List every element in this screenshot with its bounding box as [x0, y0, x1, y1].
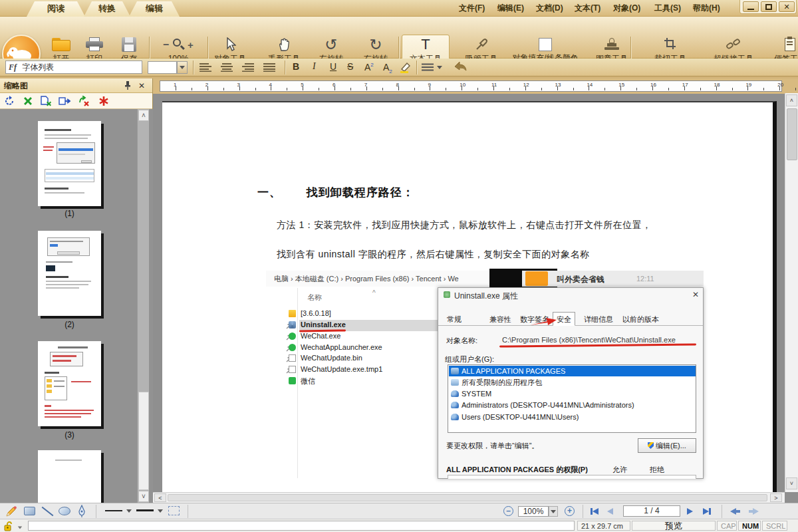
- previous-page-button[interactable]: [607, 508, 613, 515]
- close-button[interactable]: ✕: [779, 1, 795, 12]
- line-width-sample[interactable]: [105, 510, 122, 511]
- file-row[interactable]: WeChatUpdate.bin: [301, 354, 362, 364]
- scroll-right-button[interactable]: >: [770, 493, 782, 502]
- strikethrough-button[interactable]: S: [347, 61, 353, 72]
- back-view-button[interactable]: [730, 508, 740, 515]
- list-item[interactable]: 所有受限制的应用程序包: [449, 377, 696, 388]
- align-right-button[interactable]: [242, 63, 254, 72]
- rotate-page-icon[interactable]: [4, 96, 15, 106]
- superscript-button[interactable]: A2: [364, 61, 374, 73]
- file-row[interactable]: WechatAppLauncher.exe: [301, 343, 382, 354]
- ellipse-tool-button[interactable]: [59, 507, 70, 515]
- list-item[interactable]: Users (DESKTOP-U441MNL\Users): [449, 412, 696, 422]
- scroll-left-button[interactable]: <: [154, 493, 166, 502]
- column-header-name[interactable]: 名称: [307, 293, 322, 303]
- rectangle-tool-button[interactable]: [24, 507, 35, 515]
- menu-edit[interactable]: 编辑(E): [497, 2, 524, 14]
- italic-button[interactable]: I: [313, 61, 316, 72]
- list-item[interactable]: Administrators (DESKTOP-U441MNL\Administ…: [449, 400, 696, 410]
- zoom-value-combo[interactable]: 100%: [518, 506, 549, 517]
- zoom-in-button[interactable]: +: [565, 506, 575, 516]
- group-user-listbox[interactable]: ALL APPLICATION PACKAGES 所有受限制的应用程序包 SYS…: [448, 364, 696, 433]
- font-size-combo[interactable]: [148, 61, 177, 74]
- file-row[interactable]: WeChatUpdate.exe.tmp1: [301, 365, 382, 376]
- menu-file[interactable]: 文件(F): [459, 2, 485, 14]
- panel-close-icon[interactable]: ✕: [138, 78, 145, 93]
- subscript-button[interactable]: A2: [383, 61, 392, 74]
- line-width-dropdown[interactable]: [126, 509, 132, 513]
- scrollbar-thumb[interactable]: [168, 494, 767, 501]
- delete-page-icon[interactable]: [98, 96, 109, 106]
- pencil-tool-button[interactable]: [5, 505, 17, 517]
- thumbnail-page-4[interactable]: [38, 450, 101, 503]
- replace-page-icon[interactable]: [59, 96, 70, 106]
- list-item[interactable]: SYSTEM: [449, 388, 696, 399]
- thumbnail-page-2[interactable]: [38, 231, 101, 316]
- page-indicator[interactable]: 1 / 4: [623, 505, 680, 517]
- lock-icon[interactable]: [3, 521, 14, 531]
- thumbnail-caption-2: (2): [38, 320, 101, 329]
- insert-page-icon[interactable]: [23, 96, 33, 106]
- forward-view-button[interactable]: [749, 508, 759, 515]
- edit-permissions-button[interactable]: 编辑(E)...: [638, 438, 696, 453]
- next-page-button[interactable]: [687, 508, 693, 515]
- align-left-button[interactable]: [200, 63, 211, 72]
- tab-convert[interactable]: 转换: [84, 1, 130, 17]
- dialog-close-icon[interactable]: ✕: [692, 290, 699, 299]
- zoom-in-button[interactable]: +: [188, 39, 194, 51]
- menu-text[interactable]: 文本(T): [575, 2, 600, 14]
- zoom-out-button[interactable]: –: [163, 39, 169, 51]
- undo-button[interactable]: [452, 61, 468, 74]
- bold-button[interactable]: B: [293, 61, 299, 72]
- file-row[interactable]: WeChat.exe: [301, 332, 340, 342]
- file-row[interactable]: [3.6.0.18]: [301, 309, 331, 320]
- zoom-out-button[interactable]: –: [503, 506, 513, 516]
- font-size-dropdown-button[interactable]: [177, 61, 188, 74]
- pen-tool-button[interactable]: [77, 505, 86, 518]
- line-spacing-button[interactable]: [422, 63, 434, 71]
- maximize-button[interactable]: [761, 1, 777, 12]
- line-style-sample[interactable]: [136, 509, 154, 511]
- underline-button[interactable]: U: [330, 61, 336, 72]
- line-style-dropdown[interactable]: [158, 509, 163, 513]
- minimize-button[interactable]: [743, 1, 759, 12]
- scrollbar-thumb[interactable]: [787, 108, 797, 160]
- file-row[interactable]: 微信: [301, 376, 315, 387]
- menu-tools[interactable]: 工具(S): [654, 2, 681, 14]
- extract-page-icon[interactable]: [40, 96, 52, 106]
- scroll-up-button[interactable]: ˄: [786, 94, 797, 106]
- thumbnail-scrollbar[interactable]: ˄ ˅: [137, 109, 149, 503]
- font-list-combo[interactable]: Ff 字体列表: [5, 61, 142, 74]
- selection-style-button[interactable]: [168, 506, 180, 515]
- vertical-scrollbar[interactable]: ˄ ˅: [785, 93, 798, 492]
- scroll-down-button[interactable]: ˅: [786, 477, 797, 489]
- tab-read[interactable]: 阅读: [27, 1, 85, 17]
- last-page-button[interactable]: [703, 508, 711, 515]
- menu-help[interactable]: 帮助(H): [693, 2, 720, 14]
- align-justify-button[interactable]: [263, 63, 275, 72]
- thumbnail-page-1[interactable]: [38, 121, 101, 206]
- thumbnail-page-3[interactable]: [38, 341, 101, 426]
- tab-edit[interactable]: 编辑: [129, 1, 180, 17]
- dialog-tab-compat[interactable]: 兼容性: [486, 313, 515, 325]
- scrollbar-thumb[interactable]: [138, 392, 149, 490]
- menu-object[interactable]: 对象(O): [613, 2, 640, 14]
- preview-mode-label[interactable]: 预览: [632, 521, 716, 531]
- line-tool-button[interactable]: [40, 506, 53, 517]
- move-page-icon[interactable]: [78, 96, 90, 106]
- dialog-tab-versions[interactable]: 以前的版本: [619, 313, 662, 325]
- list-item[interactable]: ALL APPLICATION PACKAGES: [449, 366, 696, 376]
- dialog-tab-general[interactable]: 常规: [444, 313, 465, 325]
- align-center-button[interactable]: [221, 63, 233, 72]
- zoom-dropdown-button[interactable]: [549, 506, 558, 517]
- dialog-tab-details[interactable]: 详细信息: [581, 313, 616, 325]
- highlighter-button[interactable]: [399, 61, 412, 73]
- horizontal-scrollbar[interactable]: < >: [153, 492, 785, 503]
- scroll-up-button[interactable]: ˄: [138, 110, 149, 121]
- menu-document[interactable]: 文档(D): [536, 2, 563, 14]
- lock-dropdown[interactable]: [17, 526, 23, 529]
- pin-icon[interactable]: [124, 80, 132, 90]
- scroll-down-button[interactable]: ˅: [138, 491, 149, 502]
- line-spacing-dropdown[interactable]: [437, 66, 442, 69]
- first-page-button[interactable]: [591, 508, 598, 515]
